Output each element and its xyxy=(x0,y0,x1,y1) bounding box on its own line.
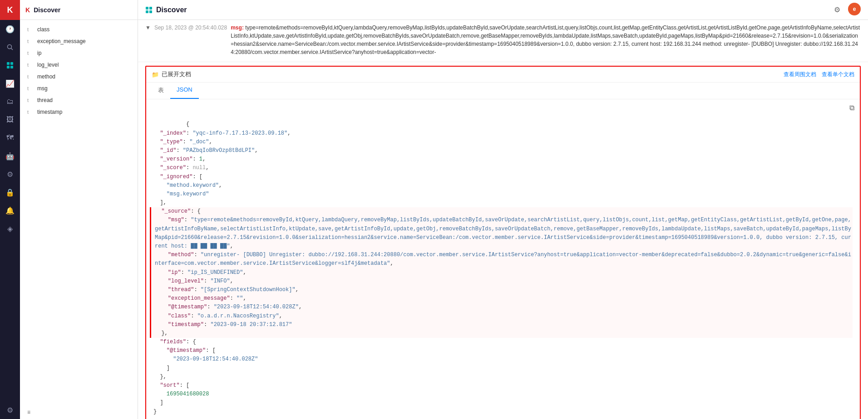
settings-button[interactable]: ⚙ xyxy=(830,3,844,17)
field-name-msg: msg xyxy=(37,85,48,92)
content-area: ▼ Sep 18, 2023 @ 20:54:40.028 msg: type=… xyxy=(138,20,868,419)
app-logo-small: K xyxy=(25,6,30,14)
sidebar-item-ip[interactable]: t ip xyxy=(20,47,138,59)
nav-dashboard[interactable]: 🗂 xyxy=(0,93,20,111)
field-name-timestamp: timestamp xyxy=(37,109,62,115)
event-timestamp: Sep 18, 2023 @ 20:54:40.028 xyxy=(154,24,227,31)
field-type-method: t xyxy=(27,74,34,79)
doc-panel: ▼ Sep 18, 2023 @ 20:54:40.028 msg: type=… xyxy=(138,20,868,419)
page-title: Discover xyxy=(156,6,187,14)
svg-line-1 xyxy=(11,49,13,50)
event-message: msg: type=remote&methods=removeById,ktQu… xyxy=(231,24,861,56)
sidebar: K Discover t class t exception_message t… xyxy=(20,0,138,419)
nav-search[interactable] xyxy=(0,38,20,56)
svg-rect-4 xyxy=(7,66,10,68)
field-name-exception_message: exception_message xyxy=(37,38,86,44)
nav-alerts[interactable]: 🔔 xyxy=(0,201,20,219)
expanded-doc-actions: 查看周围文档 查看单个文档 xyxy=(784,71,854,78)
view-single-doc-link[interactable]: 查看单个文档 xyxy=(822,71,854,78)
svg-rect-2 xyxy=(7,62,10,65)
nav-settings[interactable]: ⚙ xyxy=(0,401,20,419)
folder-icon: 📁 xyxy=(152,71,159,78)
svg-rect-5 xyxy=(10,66,13,68)
expanded-document: 📁 已展开文档 查看周围文档 查看单个文档 表 JSON xyxy=(145,66,861,419)
svg-rect-9 xyxy=(149,10,152,13)
sidebar-item-exception_message[interactable]: t exception_message xyxy=(20,35,138,47)
main-area: Discover ⚙ e ▼ Sep 18, 2023 @ 20:54:40.0… xyxy=(138,0,868,419)
icon-bar: K 🕐 📈 🗂 🖼 🗺 🤖 ⚙ 🔒 🔔 ◈ ⚙ xyxy=(0,0,20,419)
expanded-doc-title: 📁 已展开文档 xyxy=(152,70,191,78)
event-row-header: ▼ Sep 18, 2023 @ 20:54:40.028 msg: type=… xyxy=(145,24,861,56)
sidebar-item-method[interactable]: t method xyxy=(20,71,138,83)
nav-maps[interactable]: 🗺 xyxy=(0,129,20,147)
sidebar-item-thread[interactable]: t thread xyxy=(20,94,138,106)
topbar-title: Discover xyxy=(34,6,60,14)
field-name-ip: ip xyxy=(37,50,41,56)
msg-value-text: type=remote&methods=removeById,ktQuery,l… xyxy=(231,24,860,55)
field-name-log_level: log_level xyxy=(37,62,59,68)
field-type-ip: t xyxy=(27,50,34,56)
field-type-thread: t xyxy=(27,97,34,103)
svg-rect-3 xyxy=(10,62,13,65)
svg-rect-7 xyxy=(149,7,152,10)
sidebar-footer[interactable]: ≡ xyxy=(20,405,138,419)
copy-button[interactable]: ⧉ xyxy=(849,103,854,115)
field-type-exception_message: t xyxy=(27,39,34,44)
doc-tabs: 表 JSON xyxy=(146,83,860,99)
svg-rect-6 xyxy=(146,7,148,10)
nav-stack[interactable]: ⚙ xyxy=(0,165,20,183)
settings-icon: ⚙ xyxy=(834,5,840,14)
field-type-log_level: t xyxy=(27,62,34,68)
sidebar-item-timestamp[interactable]: t timestamp xyxy=(20,106,138,118)
tab-table[interactable]: 表 xyxy=(152,83,170,99)
topbar-logo-icon xyxy=(145,6,153,14)
avatar[interactable]: e xyxy=(848,3,861,15)
expand-button[interactable]: ▼ xyxy=(145,24,151,31)
sidebar-header: K Discover xyxy=(20,0,138,20)
sidebar-item-class[interactable]: t class xyxy=(20,24,138,35)
json-content: ⧉ { "_index": "yqc-info-7.17.13-2023.09.… xyxy=(146,99,860,419)
nav-ml[interactable]: 🤖 xyxy=(0,147,20,165)
topbar: Discover ⚙ e xyxy=(138,0,868,20)
view-surrounding-docs-link[interactable]: 查看周围文档 xyxy=(784,71,816,78)
field-name-thread: thread xyxy=(37,97,53,103)
expanded-doc-header: 📁 已展开文档 查看周围文档 查看单个文档 xyxy=(146,67,860,83)
nav-visualize[interactable]: 📈 xyxy=(0,74,20,93)
field-type-timestamp: t xyxy=(27,109,34,115)
sidebar-item-msg[interactable]: t msg xyxy=(20,83,138,94)
tab-json[interactable]: JSON xyxy=(170,83,199,99)
nav-security[interactable]: 🔒 xyxy=(0,183,20,201)
field-name-method: method xyxy=(37,73,55,80)
field-type-class: t xyxy=(27,27,34,32)
field-type-msg: t xyxy=(27,86,34,91)
topbar-right: ⚙ e xyxy=(830,3,861,17)
expanded-doc-label: 已展开文档 xyxy=(162,70,191,78)
sidebar-field-list: t class t exception_message t ip t log_l… xyxy=(20,20,138,122)
app-logo: K xyxy=(0,0,20,20)
nav-clock[interactable]: 🕐 xyxy=(0,20,20,38)
expand-sidebar-icon: ≡ xyxy=(27,409,30,415)
field-name-class: class xyxy=(37,26,49,33)
nav-apm[interactable]: ◈ xyxy=(0,219,20,238)
sidebar-item-log_level[interactable]: t log_level xyxy=(20,59,138,71)
nav-discover[interactable] xyxy=(0,56,20,74)
svg-rect-8 xyxy=(146,10,148,13)
svg-point-0 xyxy=(8,45,12,49)
msg-key-label: msg: xyxy=(231,24,244,31)
json-body: { "_index": "yqc-info-7.17.13-2023.09.18… xyxy=(153,121,853,414)
nav-canvas[interactable]: 🖼 xyxy=(0,111,20,129)
event-row: ▼ Sep 18, 2023 @ 20:54:40.028 msg: type=… xyxy=(138,20,868,62)
